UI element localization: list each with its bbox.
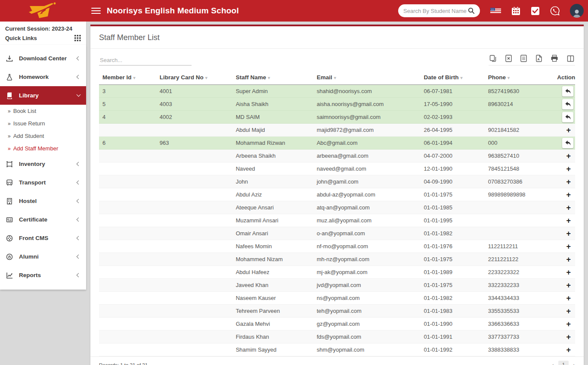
return-book-button[interactable] — [562, 99, 573, 109]
pagination: ‹ 1 › — [552, 361, 575, 365]
add-member-button[interactable]: + — [563, 243, 573, 250]
add-member-button[interactable]: + — [563, 256, 573, 263]
sidebar-item-hostel[interactable]: Hostel — [0, 192, 86, 210]
columns-icon[interactable] — [567, 55, 574, 62]
add-member-button[interactable]: + — [563, 307, 573, 315]
cell-member_id: 3 — [99, 85, 156, 98]
column-header-member-id[interactable]: Member Id▾ — [99, 70, 156, 85]
submenu-item-issue-return[interactable]: »Issue Return — [0, 117, 86, 130]
add-member-button[interactable]: + — [563, 165, 573, 173]
add-member-button[interactable]: + — [563, 294, 573, 302]
table-row: Abdul Hafeezmj-ak@yopmail.com01-01-19892… — [99, 266, 575, 279]
menu-toggle-icon[interactable] — [91, 6, 101, 16]
table-row: Abdul Azizabdul-az@yopmail.com01-01-1975… — [99, 188, 575, 201]
submenu-item-book-list[interactable]: »Book List — [0, 105, 86, 117]
file-text-icon[interactable] — [520, 55, 527, 62]
add-member-button[interactable]: + — [563, 346, 573, 354]
submenu-item-label: Add Staff Member — [13, 145, 59, 152]
table-row: 6963Mohammad RizwanAbc@gmail.com06-01-19… — [99, 137, 575, 150]
search-icon[interactable] — [468, 7, 475, 14]
next-page-button[interactable]: › — [573, 362, 575, 365]
add-member-button[interactable]: + — [563, 217, 573, 225]
box-icon — [6, 160, 13, 168]
table-row: Gazala Mehvigz@yopmail.com01-01-19903366… — [99, 318, 575, 331]
cell-dob: 01-01-1991 — [421, 331, 485, 343]
add-member-button[interactable]: + — [563, 268, 573, 276]
submenu-item-add-staff-member[interactable]: »Add Staff Member — [0, 142, 86, 155]
sidebar-item-homework[interactable]: Homework — [0, 68, 86, 86]
column-header-date-of-birth[interactable]: Date of Birth▾ — [421, 70, 485, 85]
download-icon — [6, 55, 13, 62]
column-header-email[interactable]: Email▾ — [313, 70, 421, 85]
table-row: Johnjohn@gamil.com04-09-199007083270386+ — [99, 175, 575, 188]
cell-phone: 2233223322 — [485, 266, 554, 279]
add-member-button[interactable]: + — [563, 281, 573, 289]
student-search-box[interactable] — [398, 4, 480, 17]
sidebar-item-library[interactable]: Library — [0, 86, 86, 105]
copy-icon[interactable] — [489, 55, 497, 62]
cell-card_no — [156, 201, 232, 214]
sidebar-item-inventory[interactable]: Inventory — [0, 155, 86, 173]
sidebar-item-label: Transport — [19, 179, 77, 186]
add-member-button[interactable]: + — [563, 191, 573, 199]
student-search-input[interactable] — [403, 8, 468, 14]
add-member-button[interactable]: + — [563, 320, 573, 328]
submenu-item-add-student[interactable]: »Add Student — [0, 130, 86, 142]
session-box: Current Session: 2023-24 Quick Links — [0, 22, 86, 45]
cell-name: Omair Ansari — [232, 227, 313, 240]
user-avatar[interactable] — [570, 4, 584, 18]
school-logo[interactable] — [0, 0, 86, 22]
globe-icon — [6, 234, 13, 242]
cell-card_no: 4003 — [156, 98, 232, 111]
cell-name: Javeed Khan — [232, 279, 313, 292]
table-row: Arbeena Shaikharbeena@gmail.com04-07-200… — [99, 150, 575, 162]
add-member-button[interactable]: + — [563, 178, 573, 186]
cell-email: jvd@yopmail.com — [313, 279, 421, 292]
add-member-button[interactable]: + — [563, 230, 573, 237]
return-book-button[interactable] — [562, 112, 573, 122]
sort-caret-icon: ▾ — [268, 75, 270, 80]
table-search-input[interactable] — [99, 55, 192, 66]
column-header-staff-name[interactable]: Staff Name▾ — [232, 70, 313, 85]
add-member-button[interactable]: + — [563, 333, 573, 341]
column-header-library-card-no[interactable]: Library Card No▾ — [156, 70, 232, 85]
sidebar-item-certificate[interactable]: Certificate — [0, 210, 86, 229]
pdf-icon[interactable]: A — [535, 55, 542, 62]
cell-dob: 12-01-1990 — [421, 162, 485, 175]
language-flag-icon[interactable] — [490, 8, 501, 14]
sidebar-item-front-cms[interactable]: Front CMS — [0, 229, 86, 247]
grid-icon[interactable] — [74, 35, 81, 41]
graduate-icon — [6, 253, 13, 260]
page-number-button[interactable]: 1 — [558, 361, 569, 365]
sidebar-item-download-center[interactable]: Download Center — [0, 49, 86, 68]
quick-links[interactable]: Quick Links — [5, 35, 81, 41]
print-icon[interactable] — [551, 55, 558, 62]
sidebar-menu: Download CenterHomeworkLibrary»Book List… — [0, 45, 86, 290]
sidebar-item-alumni[interactable]: Alumni — [0, 247, 86, 266]
certificate-icon — [6, 216, 13, 223]
cell-member_id — [99, 162, 156, 175]
prev-page-button[interactable]: ‹ — [552, 362, 554, 365]
column-header-phone[interactable]: Phone▾ — [485, 70, 554, 85]
calendar-icon[interactable] — [511, 6, 520, 16]
bus-icon — [6, 179, 13, 186]
cell-card_no — [156, 331, 232, 343]
sidebar-item-label: Library — [19, 92, 77, 99]
sidebar-item-reports[interactable]: Reports — [0, 266, 86, 284]
excel-icon[interactable] — [505, 55, 512, 62]
table-row: Mohammed Nizammh-nz@yopmail.com01-01-197… — [99, 253, 575, 266]
tasks-check-icon[interactable] — [531, 6, 540, 16]
cell-member_id — [99, 150, 156, 162]
cell-email: shahid@noorisys.com — [313, 85, 421, 98]
cell-member_id: 6 — [99, 137, 156, 150]
add-member-button[interactable]: + — [563, 152, 573, 160]
sidebar-item-transport[interactable]: Transport — [0, 173, 86, 192]
return-book-button[interactable] — [562, 138, 573, 148]
return-book-button[interactable] — [562, 86, 573, 97]
add-member-button[interactable]: + — [563, 204, 573, 212]
add-member-button[interactable]: + — [563, 126, 573, 134]
header-actions — [398, 4, 588, 18]
table-row: Omair Ansario-an@yopmail.com01-01-1982+ — [99, 227, 575, 240]
cell-dob: 01-01-1975 — [421, 253, 485, 266]
whatsapp-icon[interactable] — [550, 6, 560, 16]
